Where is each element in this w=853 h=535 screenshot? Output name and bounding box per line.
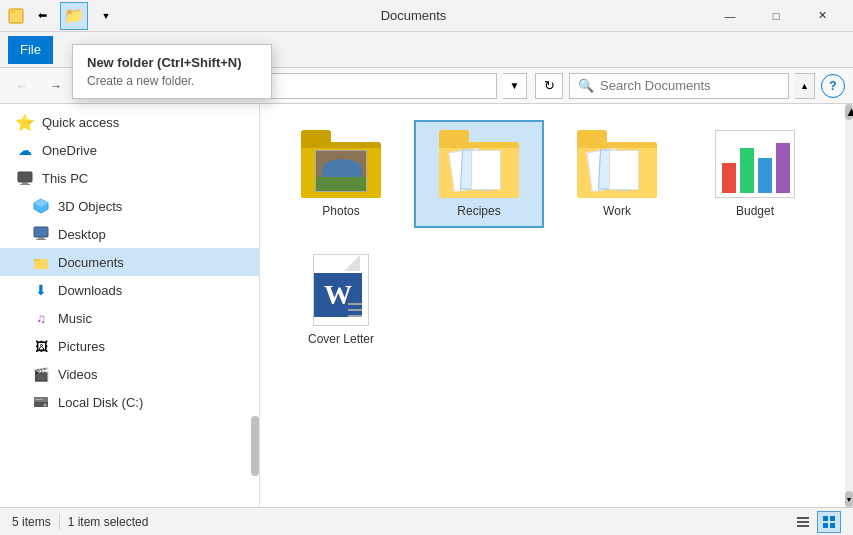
svg-rect-13 [34, 261, 48, 269]
svg-point-16 [44, 404, 47, 407]
main-area: ⭐ Quick access ☁ OneDrive This PC [0, 104, 853, 507]
sidebar-item-desktop[interactable]: Desktop [0, 220, 259, 248]
svg-rect-5 [20, 184, 30, 185]
quick-access-icon: ⭐ [16, 113, 34, 131]
sidebar-label-desktop: Desktop [58, 227, 106, 242]
refresh-btn[interactable]: ↻ [535, 73, 563, 99]
search-icon: 🔍 [578, 78, 594, 93]
music-icon: ♫ [32, 309, 50, 327]
back-btn[interactable]: ← [8, 72, 36, 100]
recipes-folder-icon [439, 130, 519, 198]
doc-lines [348, 303, 362, 317]
svg-rect-19 [797, 521, 809, 523]
file-button[interactable]: File [8, 36, 53, 64]
content-scroll-up[interactable]: ▲ [845, 104, 853, 120]
sidebar-item-downloads[interactable]: ⬇ Downloads [0, 276, 259, 304]
file-item-recipes[interactable]: Recipes [414, 120, 544, 228]
file-item-cover-letter[interactable]: W Cover Letter [276, 236, 406, 356]
view-buttons [791, 511, 841, 533]
sidebar-item-documents[interactable]: Documents [0, 248, 259, 276]
word-doc-icon: W [305, 246, 377, 326]
ribbon-dropdown[interactable]: ▼ [92, 2, 120, 30]
sidebar-label-documents: Documents [58, 255, 124, 270]
doc-page: W [313, 254, 369, 326]
close-btn[interactable]: ✕ [799, 0, 845, 32]
svg-rect-3 [18, 172, 32, 182]
sidebar-item-quick-access[interactable]: ⭐ Quick access [0, 108, 259, 136]
help-btn[interactable]: ? [821, 74, 845, 98]
status-bar: 5 items 1 item selected [0, 507, 853, 535]
svg-rect-24 [830, 523, 835, 528]
file-item-work[interactable]: Work [552, 120, 682, 228]
window-icon [8, 8, 24, 24]
tooltip-popup: New folder (Ctrl+Shift+N) Create a new f… [72, 44, 272, 99]
title-bar: ⬅ 📁 ▼ Documents — □ ✕ [0, 0, 853, 32]
new-folder-btn[interactable]: 📁 [60, 2, 88, 30]
sidebar-scrollbar-thumb[interactable] [251, 416, 259, 476]
work-paper-3 [609, 150, 639, 190]
onedrive-icon: ☁ [16, 141, 34, 159]
sidebar-item-music[interactable]: ♫ Music [0, 304, 259, 332]
search-box[interactable]: 🔍 [569, 73, 789, 99]
svg-rect-8 [34, 227, 48, 237]
folder-paper-3 [471, 150, 501, 190]
window-title: Documents [124, 8, 703, 23]
list-view-btn[interactable] [791, 511, 815, 533]
videos-icon: 🎬 [32, 365, 50, 383]
this-pc-icon [16, 169, 34, 187]
svg-rect-10 [36, 239, 46, 240]
search-input[interactable] [600, 78, 780, 93]
collapse-btn[interactable]: ▲ [795, 73, 815, 99]
sidebar-item-3d-objects[interactable]: 3D Objects [0, 192, 259, 220]
local-disk-icon [32, 393, 50, 411]
photo-thumbnail [315, 150, 367, 192]
file-item-photos[interactable]: Photos [276, 120, 406, 228]
svg-rect-1 [11, 15, 21, 22]
file-item-budget[interactable]: Budget [690, 120, 820, 228]
svg-rect-20 [797, 525, 809, 527]
file-name-work: Work [603, 204, 631, 218]
svg-rect-22 [830, 516, 835, 521]
sidebar-item-onedrive[interactable]: ☁ OneDrive [0, 136, 259, 164]
sidebar-label-videos: Videos [58, 367, 98, 382]
sidebar-label-music: Music [58, 311, 92, 326]
back-ribbon-btn[interactable]: ⬅ [28, 2, 56, 30]
sidebar-label-quick-access: Quick access [42, 115, 119, 130]
bar-chart-bar3 [758, 158, 772, 193]
content-scroll-down[interactable]: ▼ [845, 491, 853, 507]
desktop-icon [32, 225, 50, 243]
svg-rect-9 [38, 237, 44, 239]
svg-rect-4 [22, 182, 28, 184]
sidebar: ⭐ Quick access ☁ OneDrive This PC [0, 104, 260, 507]
maximize-btn[interactable]: □ [753, 0, 799, 32]
minimize-btn[interactable]: — [707, 0, 753, 32]
sidebar-item-pictures[interactable]: 🖼 Pictures [0, 332, 259, 360]
content-scrollbar[interactable]: ▲ ▼ [845, 104, 853, 507]
documents-icon [32, 253, 50, 271]
status-separator [59, 514, 60, 530]
photos-folder-icon [301, 130, 381, 198]
tooltip-desc: Create a new folder. [87, 74, 257, 88]
tooltip-title: New folder (Ctrl+Shift+N) [87, 55, 257, 70]
forward-btn[interactable]: → [42, 72, 70, 100]
doc-fold [344, 255, 360, 271]
bar-chart-bar1 [722, 163, 736, 193]
item-count: 5 items [12, 515, 51, 529]
svg-rect-18 [797, 517, 809, 519]
svg-rect-17 [35, 399, 43, 400]
grid-view-btn[interactable] [817, 511, 841, 533]
downloads-icon: ⬇ [32, 281, 50, 299]
file-name-budget: Budget [736, 204, 774, 218]
sidebar-label-pictures: Pictures [58, 339, 105, 354]
sidebar-item-this-pc[interactable]: This PC [0, 164, 259, 192]
sidebar-label-onedrive: OneDrive [42, 143, 97, 158]
svg-rect-23 [823, 523, 828, 528]
bar-chart-bar2 [740, 148, 754, 193]
sidebar-label-local-disk: Local Disk (C:) [58, 395, 143, 410]
window-controls: — □ ✕ [707, 0, 845, 32]
sidebar-item-videos[interactable]: 🎬 Videos [0, 360, 259, 388]
content-area: ▲ ▼ Photos Recipes [260, 104, 853, 507]
sidebar-item-local-disk[interactable]: Local Disk (C:) [0, 388, 259, 416]
address-dropdown[interactable]: ▼ [503, 73, 527, 99]
pictures-icon: 🖼 [32, 337, 50, 355]
